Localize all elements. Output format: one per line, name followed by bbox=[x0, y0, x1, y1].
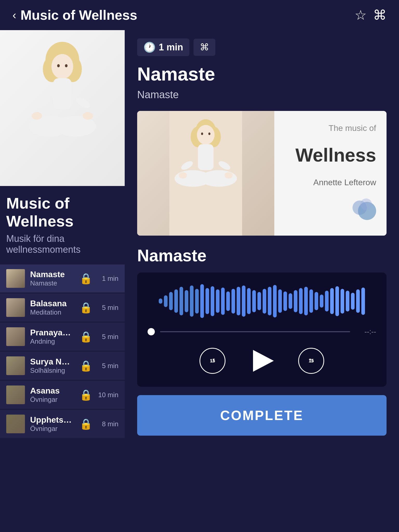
waveform-bar bbox=[283, 291, 287, 311]
track-duration: 1 min bbox=[98, 275, 118, 283]
waveform-bar bbox=[273, 285, 277, 317]
track-name: Balasana bbox=[30, 299, 74, 308]
svg-point-20 bbox=[208, 132, 210, 135]
track-item[interactable]: Pranayama Andning 🔒 5 min bbox=[0, 323, 125, 351]
track-duration: 5 min bbox=[98, 333, 118, 341]
album-subtitle: Musik för dina wellnessmoments bbox=[6, 233, 118, 255]
lock-icon: 🔒 bbox=[79, 360, 92, 372]
track-duration: 5 min bbox=[98, 304, 118, 312]
progress-time: --:-- bbox=[355, 328, 376, 336]
album-art-text-top: The music of bbox=[329, 123, 376, 133]
waveform-bar bbox=[346, 291, 349, 311]
complete-button[interactable]: COMPLETE bbox=[137, 395, 387, 436]
waveform-bar bbox=[195, 289, 199, 314]
link-badge[interactable]: ⌘ bbox=[194, 39, 215, 56]
rewind-button[interactable]: ↺ 15 bbox=[200, 348, 225, 374]
waveform-bar bbox=[252, 290, 256, 312]
waveform-bar bbox=[179, 287, 183, 315]
track-description: Andning bbox=[30, 337, 74, 345]
progress-handle[interactable] bbox=[148, 328, 155, 335]
right-panel: 🕐 1 min ⌘ Namaste Namaste bbox=[125, 30, 399, 531]
page-title: Music of Wellness bbox=[21, 7, 137, 23]
track-info: Pranayama Andning bbox=[30, 328, 74, 345]
track-name: Asanas bbox=[30, 386, 74, 396]
waveform-bar bbox=[174, 289, 178, 313]
waveform-bar bbox=[309, 289, 313, 313]
waveform-bar bbox=[164, 295, 168, 307]
lock-icon: 🔒 bbox=[79, 389, 92, 401]
waveform-bar bbox=[341, 289, 344, 314]
track-item[interactable]: Surya Namaste Solhälsning 🔒 5 min bbox=[0, 352, 125, 380]
lock-icon: 🔒 bbox=[79, 331, 92, 343]
track-subtitle-large: Namaste bbox=[137, 89, 387, 101]
album-art-artist: Annette Lefterow bbox=[313, 178, 376, 187]
waveform-bar bbox=[231, 289, 235, 314]
share-icon[interactable]: ⌘ bbox=[373, 7, 387, 23]
waveform-bar bbox=[268, 287, 271, 315]
forward-label: 15 bbox=[309, 358, 314, 364]
waveform-bar bbox=[221, 288, 225, 315]
rewind-label: 15 bbox=[210, 358, 215, 364]
track-info: Namaste Namaste bbox=[30, 270, 74, 287]
track-name: Namaste bbox=[30, 270, 74, 279]
left-panel: Music of Wellness Musik för dina wellnes… bbox=[0, 30, 125, 531]
svg-point-10 bbox=[33, 96, 50, 110]
waveform-bar bbox=[361, 288, 365, 315]
track-thumbnail bbox=[6, 327, 25, 346]
svg-point-23 bbox=[201, 170, 237, 187]
waveform-bar bbox=[190, 285, 194, 317]
waveform-bar bbox=[237, 287, 240, 315]
svg-point-12 bbox=[32, 112, 42, 120]
waveform-bar bbox=[200, 284, 204, 318]
svg-rect-7 bbox=[53, 78, 71, 109]
lock-icon: 🔒 bbox=[79, 418, 92, 430]
track-thumbnail bbox=[6, 298, 25, 317]
svg-point-27 bbox=[224, 172, 233, 178]
svg-point-5 bbox=[57, 64, 60, 67]
header-left: ‹ Music of Wellness bbox=[12, 7, 137, 23]
section-title: Namaste bbox=[137, 246, 387, 265]
track-item[interactable]: Asanas Övningar 🔒 10 min bbox=[0, 381, 125, 409]
track-info: Balasana Meditation bbox=[30, 299, 74, 316]
progress-row[interactable]: --:-- bbox=[148, 328, 376, 336]
svg-point-11 bbox=[75, 96, 92, 110]
back-button[interactable]: ‹ bbox=[12, 9, 16, 22]
waveform-bar bbox=[315, 292, 318, 310]
waveform-bar bbox=[242, 285, 245, 317]
album-info: Music of Wellness Musik för dina wellnes… bbox=[0, 186, 125, 259]
waveform-bar bbox=[211, 286, 214, 316]
duration-label: 1 min bbox=[159, 42, 183, 53]
waveform-bar bbox=[289, 293, 292, 309]
track-name: Surya Namaste bbox=[30, 357, 74, 367]
svg-rect-21 bbox=[198, 144, 214, 170]
track-description: Övningar bbox=[30, 396, 74, 404]
track-duration: 10 min bbox=[98, 391, 118, 399]
svg-point-26 bbox=[179, 172, 187, 178]
waveform-bar bbox=[335, 286, 339, 316]
waveform-bar bbox=[185, 290, 188, 312]
audio-player: --:-- ↺ 15 ↻ 15 bbox=[137, 272, 387, 387]
track-name: Upphetsning bbox=[30, 415, 74, 425]
track-description: Övningar bbox=[30, 425, 74, 433]
svg-point-18 bbox=[197, 125, 215, 145]
play-triangle-icon bbox=[253, 350, 274, 372]
play-button[interactable] bbox=[246, 345, 277, 376]
favorite-icon[interactable]: ☆ bbox=[355, 7, 367, 23]
track-item[interactable]: Balasana Meditation 🔒 5 min bbox=[0, 294, 125, 322]
track-item[interactable]: Upphetsning Övningar 🔒 8 min bbox=[0, 410, 125, 438]
meta-row: 🕐 1 min ⌘ bbox=[137, 38, 387, 56]
waveform-bar bbox=[205, 288, 209, 314]
waveform bbox=[148, 283, 376, 319]
waveform-bar bbox=[263, 289, 266, 314]
track-thumbnail bbox=[6, 269, 25, 288]
waveform-bar bbox=[325, 291, 329, 311]
progress-bar[interactable] bbox=[160, 331, 350, 332]
track-item[interactable]: Namaste Namaste 🔒 1 min bbox=[0, 264, 125, 292]
waveform-bar bbox=[299, 288, 303, 314]
waveform-bar bbox=[278, 289, 282, 313]
forward-button[interactable]: ↻ 15 bbox=[298, 348, 324, 374]
player-controls: ↺ 15 ↻ 15 bbox=[148, 345, 376, 376]
album-art-right-text: The music of Wellness Annette Lefterow bbox=[274, 111, 387, 236]
svg-point-19 bbox=[201, 132, 203, 135]
waveform-bar bbox=[320, 295, 323, 308]
